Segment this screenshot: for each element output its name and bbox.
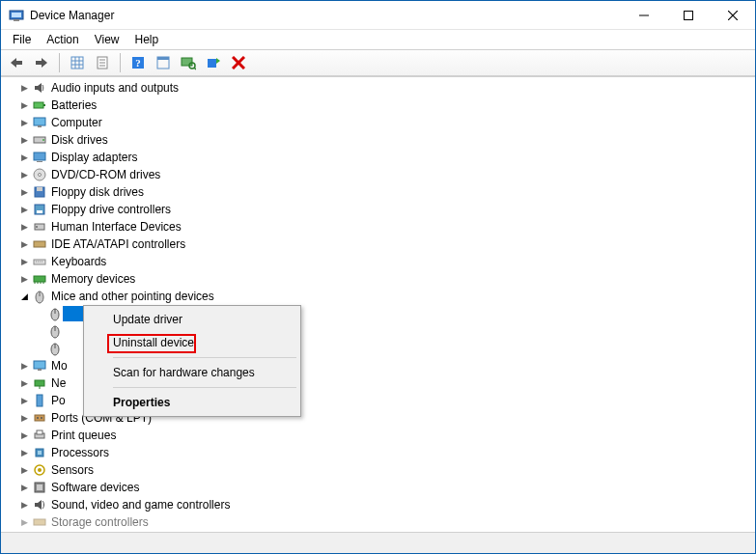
disk-icon [32, 132, 47, 148]
chevron-right-icon[interactable]: ▶ [18, 273, 30, 285]
chevron-right-icon[interactable]: ▶ [18, 99, 30, 111]
svg-point-43 [36, 226, 38, 228]
menu-help[interactable]: Help [127, 31, 167, 48]
chevron-right-icon[interactable]: ▶ [18, 395, 30, 406]
scan-icon [206, 55, 221, 70]
monitor-icon [32, 115, 47, 130]
chevron-right-icon[interactable]: ▶ [18, 482, 30, 493]
tree-label: Floppy disk drives [51, 185, 144, 199]
mouse-icon [47, 341, 63, 356]
tree-node-disk[interactable]: ▶ Disk drives [1, 131, 755, 149]
sensor-icon [32, 462, 47, 478]
properties-button[interactable] [91, 51, 114, 74]
ctx-label: Update driver [113, 313, 182, 326]
ctx-uninstall-device[interactable]: Uninstall device [86, 331, 298, 354]
menubar: File Action View Help [1, 30, 755, 49]
help-button[interactable]: ? [126, 51, 150, 74]
tree-node-hid[interactable]: ▶ Human Interface Devices [1, 218, 755, 235]
chevron-right-icon[interactable]: ▶ [18, 82, 30, 94]
chevron-right-icon[interactable]: ▶ [18, 464, 30, 476]
tree-node-floppy-disk[interactable]: ▶ Floppy disk drives [1, 183, 755, 201]
chevron-down-icon[interactable]: ◢ [18, 291, 30, 302]
show-hidden-button[interactable] [66, 51, 89, 74]
forward-button[interactable] [30, 51, 53, 74]
chevron-right-icon[interactable]: ▶ [18, 134, 30, 146]
tree-node-ide[interactable]: ▶ IDE ATA/ATAPI controllers [1, 235, 755, 253]
menu-view[interactable]: View [87, 31, 127, 48]
chevron-right-icon[interactable]: ▶ [18, 117, 30, 128]
port-icon [32, 410, 47, 426]
svg-rect-39 [37, 187, 42, 191]
menu-action[interactable]: Action [39, 31, 86, 48]
svg-rect-25 [208, 59, 216, 68]
tree-node-print[interactable]: ▶ Print queues [1, 427, 755, 444]
floppy-controller-icon [32, 202, 47, 217]
tree-node-memory[interactable]: ▶ Memory devices [1, 270, 755, 288]
chevron-right-icon[interactable]: ▶ [18, 516, 30, 528]
chevron-right-icon[interactable]: ▶ [18, 152, 30, 163]
speaker-icon [32, 80, 47, 96]
tree-label: Po [51, 394, 66, 407]
tree-node-mice[interactable]: ◢ Mice and other pointing devices [1, 288, 755, 305]
tree-node-storage[interactable]: ▶ Storage controllers [1, 513, 755, 531]
tree-node-sound[interactable]: ▶ Sound, video and game controllers [1, 496, 755, 513]
ctx-separator [113, 357, 296, 358]
svg-rect-35 [37, 161, 42, 162]
back-button[interactable] [5, 51, 28, 74]
ctx-separator [113, 387, 296, 388]
tree-node-audio[interactable]: ▶ Audio inputs and outputs [1, 79, 755, 97]
chevron-right-icon[interactable]: ▶ [18, 186, 30, 198]
ctx-properties[interactable]: Properties [86, 391, 298, 414]
floppy-icon [32, 184, 47, 200]
scan-hardware-button[interactable] [202, 51, 225, 74]
chevron-right-icon[interactable]: ▶ [18, 169, 30, 180]
svg-point-73 [38, 468, 42, 472]
titlebar: Device Manager [1, 1, 755, 30]
tree-node-sensors[interactable]: ▶ Sensors [1, 461, 755, 479]
chevron-right-icon[interactable]: ▶ [18, 360, 30, 372]
chevron-right-icon[interactable]: ▶ [18, 204, 30, 215]
tree-label: Human Interface Devices [51, 220, 182, 234]
ctx-scan-hardware[interactable]: Scan for hardware changes [86, 361, 298, 384]
svg-rect-64 [37, 395, 42, 406]
tree-node-keyboards[interactable]: ▶ Keyboards [1, 253, 755, 270]
menu-file[interactable]: File [5, 31, 39, 48]
close-button[interactable] [711, 1, 755, 29]
tree-node-computer[interactable]: ▶ Computer [1, 114, 755, 131]
tree-label: Batteries [51, 98, 97, 112]
chevron-right-icon[interactable]: ▶ [18, 377, 30, 389]
options-button[interactable] [152, 51, 175, 74]
chevron-right-icon[interactable]: ▶ [18, 499, 30, 511]
chevron-right-icon[interactable]: ▶ [18, 447, 30, 458]
tree-label: Processors [51, 446, 109, 459]
svg-point-33 [42, 139, 44, 141]
grid-icon [70, 55, 85, 70]
disc-icon [32, 167, 47, 182]
svg-rect-2 [12, 13, 21, 17]
uninstall-button[interactable] [227, 51, 250, 74]
tree-label: Print queues [51, 429, 116, 442]
mouse-icon [32, 289, 47, 304]
svg-point-67 [41, 417, 42, 419]
tree-node-batteries[interactable]: ▶ Batteries [1, 97, 755, 114]
chevron-right-icon[interactable]: ▶ [18, 429, 30, 441]
chevron-right-icon[interactable]: ▶ [18, 412, 30, 424]
tree-node-dvd[interactable]: ▶ DVD/CD-ROM drives [1, 166, 755, 183]
ctx-update-driver[interactable]: Update driver [86, 308, 298, 331]
toolbar-separator [59, 53, 60, 72]
tree-label: Display adapters [51, 151, 137, 164]
tree-label: Mo [51, 359, 68, 373]
chevron-right-icon[interactable]: ▶ [18, 221, 30, 233]
storage-icon [32, 514, 47, 530]
chevron-right-icon[interactable]: ▶ [18, 256, 30, 267]
tree-node-processors[interactable]: ▶ Processors [1, 444, 755, 461]
tree-node-software[interactable]: ▶ Software devices [1, 479, 755, 496]
svg-rect-28 [34, 102, 43, 108]
maximize-button[interactable] [666, 1, 711, 29]
chevron-right-icon[interactable]: ▶ [18, 238, 30, 250]
tree-node-floppy-ctrl[interactable]: ▶ Floppy drive controllers [1, 201, 755, 218]
minimize-button[interactable] [622, 1, 666, 29]
update-driver-button[interactable] [177, 51, 200, 74]
svg-point-66 [37, 417, 39, 419]
tree-node-display[interactable]: ▶ Display adapters [1, 149, 755, 166]
